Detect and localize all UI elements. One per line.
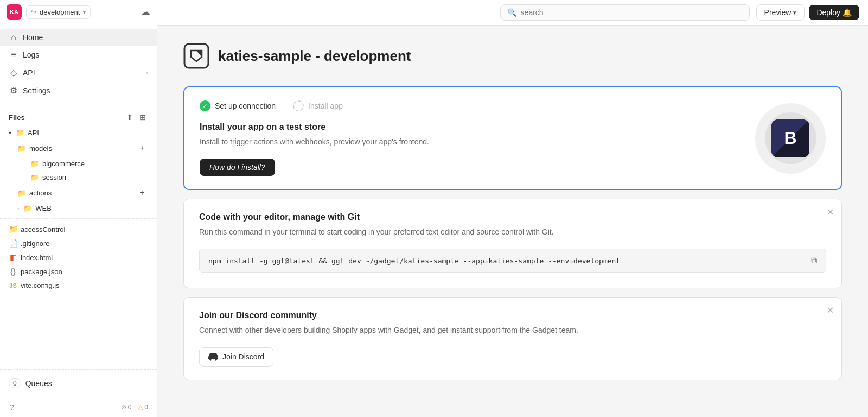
sidebar-item-api[interactable]: ◇ API › xyxy=(0,64,157,81)
warning-count: 0 xyxy=(144,403,148,411)
bc-logo: B xyxy=(771,119,809,157)
web-folder-item[interactable]: › 📁 WEB xyxy=(9,201,157,215)
session-label: session xyxy=(42,173,66,181)
svg-marker-1 xyxy=(196,50,202,57)
bc-b-letter: B xyxy=(784,128,796,148)
error-count: 0 xyxy=(128,403,132,411)
bc-circle: B xyxy=(755,103,826,174)
main-content: 🔍 Preview ▾ Deploy 🔔 katies-sample - dev… xyxy=(157,0,868,417)
discord-icon xyxy=(208,352,218,362)
models-folder-label: models xyxy=(29,144,52,153)
topbar: 🔍 Preview ▾ Deploy 🔔 xyxy=(157,0,868,26)
chevron-down-icon: ▾ xyxy=(793,9,796,16)
gitignore-file[interactable]: 📄 .gitignore xyxy=(0,236,157,250)
queue-badge: 0 xyxy=(9,378,21,388)
setup-content: Install your app on a test store Install… xyxy=(200,122,607,176)
sidebar-header: KA ↪ development ▾ ☁ xyxy=(0,0,157,24)
deploy-label: Deploy xyxy=(816,8,840,17)
file-icon: 📁 xyxy=(9,225,17,233)
queues-item[interactable]: 0 Queues xyxy=(0,374,157,393)
join-discord-label: Join Discord xyxy=(222,352,264,361)
code-block: npm install -g ggt@latest && ggt dev ~/g… xyxy=(199,249,826,273)
nav-api-label: API xyxy=(23,68,35,77)
sidebar-item-home[interactable]: ⌂ Home xyxy=(0,29,157,46)
sidebar-item-settings[interactable]: ⚙ Settings xyxy=(0,81,157,99)
discord-card-title: Join our Discord community xyxy=(199,311,826,320)
branch-name: development xyxy=(40,8,80,16)
folder-icon: 📁 xyxy=(17,144,26,153)
search-input[interactable] xyxy=(521,8,743,17)
error-icon: ⊗ xyxy=(121,403,126,411)
nav-logs-label: Logs xyxy=(23,50,39,59)
bc-inner-circle: B xyxy=(765,112,816,164)
index-html-file[interactable]: ◧ index.html xyxy=(0,250,157,264)
pending-icon xyxy=(293,100,304,111)
help-btn[interactable]: ? xyxy=(9,402,15,413)
actions-folder-item[interactable]: 📁 actions + xyxy=(9,184,157,201)
api-folder-item[interactable]: ▾ 📁 API xyxy=(0,126,157,140)
setup-card: ✓ Set up connection Install app Install … xyxy=(183,86,842,190)
avatar: KA xyxy=(7,4,22,20)
git-card: ✕ Code with your editor, manage with Git… xyxy=(183,199,842,288)
divider xyxy=(0,218,157,219)
page-title: katies-sample - development xyxy=(218,48,411,65)
search-box[interactable]: 🔍 xyxy=(500,4,750,21)
folder-icon: 📁 xyxy=(30,160,39,168)
search-icon: 🔍 xyxy=(507,8,516,17)
upload-file-btn[interactable]: ⬆ xyxy=(124,112,135,123)
preview-label: Preview xyxy=(764,8,792,17)
copy-command-btn[interactable]: ⧉ xyxy=(811,256,817,266)
sidebar-bottom: 0 Queues xyxy=(0,369,157,397)
deploy-button[interactable]: Deploy 🔔 xyxy=(809,5,859,20)
preview-button[interactable]: Preview ▾ xyxy=(756,4,805,21)
check-icon: ✓ xyxy=(200,100,210,111)
chevron-right-icon: › xyxy=(146,70,148,76)
files-section-actions: ⬆ ⊞ xyxy=(124,112,148,123)
json-icon: {} xyxy=(9,267,17,276)
new-folder-btn[interactable]: ⊞ xyxy=(137,112,148,123)
folder-icon: 📁 xyxy=(16,129,24,137)
chevron-down-icon: ▾ xyxy=(83,9,86,15)
bc-illustration: B xyxy=(755,103,826,174)
html-icon: ◧ xyxy=(9,253,17,262)
branch-selector[interactable]: ↪ development ▾ xyxy=(26,5,91,19)
package-json-file[interactable]: {} package.json xyxy=(0,264,157,279)
vite-config-file[interactable]: JS vite.config.js xyxy=(0,279,157,292)
topbar-actions: Preview ▾ Deploy 🔔 xyxy=(756,4,859,21)
home-icon: ⌂ xyxy=(9,33,18,42)
add-action-btn[interactable]: + xyxy=(136,187,148,199)
step1-label: Set up connection xyxy=(215,102,276,110)
close-discord-card-btn[interactable]: ✕ xyxy=(827,305,834,315)
access-control-file[interactable]: 📁 accessControl xyxy=(0,222,157,236)
join-discord-btn[interactable]: Join Discord xyxy=(199,347,273,367)
sidebar: KA ↪ development ▾ ☁ ⌂ Home ≡ Logs ◇ API… xyxy=(0,0,157,417)
settings-icon: ⚙ xyxy=(9,85,18,96)
git-card-title: Code with your editor, manage with Git xyxy=(199,212,826,222)
nav-settings-label: Settings xyxy=(23,86,50,95)
close-git-card-btn[interactable]: ✕ xyxy=(827,207,834,217)
step-2: Install app xyxy=(293,100,343,111)
chevron-right-icon: › xyxy=(17,205,19,211)
cloud-icon-btn[interactable]: ☁ xyxy=(141,6,150,18)
page-title-row: katies-sample - development xyxy=(183,43,842,69)
bigcommerce-folder[interactable]: 📁 bigcommerce xyxy=(22,157,157,170)
page-logo xyxy=(183,43,209,69)
actions-folder-label: actions xyxy=(29,189,52,197)
sidebar-item-logs[interactable]: ≡ Logs xyxy=(0,46,157,64)
queues-label: Queues xyxy=(25,379,52,388)
install-btn[interactable]: How do I install? xyxy=(200,159,275,176)
models-folder-item[interactable]: 📁 models + xyxy=(9,140,157,157)
web-folder-label: WEB xyxy=(35,204,52,212)
step2-label: Install app xyxy=(308,102,343,110)
git-command: npm install -g ggt@latest && ggt dev ~/g… xyxy=(208,257,620,265)
sidebar-footer: ? ⊗ 0 △ 0 xyxy=(0,397,157,417)
svg-rect-0 xyxy=(184,44,208,68)
session-folder[interactable]: 📁 session xyxy=(22,170,157,184)
files-section: Files ⬆ ⊞ ▾ 📁 API 📁 models + 📁 bigcommer… xyxy=(0,104,157,296)
install-desc: Install to trigger actions with webhooks… xyxy=(200,136,607,148)
folder-icon: 📁 xyxy=(30,173,39,181)
warning-status: △ 0 xyxy=(138,403,148,411)
api-icon: ◇ xyxy=(9,67,18,78)
error-status: ⊗ 0 xyxy=(121,403,132,411)
add-model-btn[interactable]: + xyxy=(136,142,148,154)
